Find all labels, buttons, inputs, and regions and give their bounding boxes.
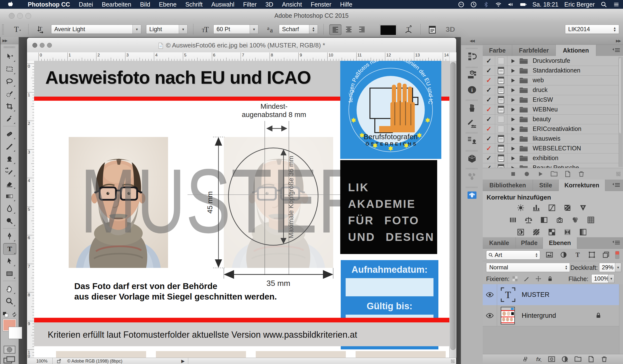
stop-button[interactable]: [510, 170, 517, 178]
hue-saturation-adjustment-icon[interactable]: [506, 215, 520, 225]
tool-presets-panel-icon[interactable]: [467, 102, 478, 114]
font-family-select[interactable]: Avenir Light ▾: [51, 25, 141, 34]
actions-tab-farbe[interactable]: Farbe: [483, 45, 512, 56]
image-layer-thumbnail[interactable]: [501, 307, 515, 324]
blur-tool[interactable]: [3, 203, 16, 214]
layers-tab-kanäle[interactable]: Kanäle: [483, 237, 516, 248]
disclosure-triangle-icon[interactable]: [512, 147, 515, 151]
horizontal-ruler[interactable]: 01234567891011121314: [34, 52, 449, 61]
blend-mode-select[interactable]: Normal ▲▼: [486, 263, 570, 272]
lock-transparency-icon[interactable]: [510, 274, 520, 283]
menu-clock[interactable]: Sa. 18:21: [533, 1, 558, 8]
disclosure-triangle-icon[interactable]: [512, 127, 515, 131]
new-action-button[interactable]: [564, 170, 571, 178]
layers-tab-ebenen[interactable]: Ebenen: [543, 237, 577, 249]
posterize-adjustment-icon[interactable]: [530, 227, 543, 238]
record-button[interactable]: [523, 170, 531, 178]
aufnahmedatum-field[interactable]: [346, 278, 434, 296]
action-dialog-toggle[interactable]: [495, 56, 507, 66]
type-layer-filter-icon[interactable]: T: [572, 251, 583, 259]
3d-print-panel-icon[interactable]: [467, 70, 478, 81]
align-right-button[interactable]: [356, 24, 368, 35]
action-set-name[interactable]: ERICcreativaktion: [533, 125, 581, 132]
brightness-contrast-adjustment-icon[interactable]: [514, 202, 528, 213]
action-check[interactable]: ✓: [483, 163, 495, 168]
fly-plugin-panel-icon[interactable]: [467, 190, 478, 201]
panels-expand-button[interactable]: ▶▶: [483, 37, 623, 45]
layer-row-hintergrund[interactable]: Hintergrund: [483, 305, 619, 326]
trash-button[interactable]: [578, 170, 585, 178]
action-set-name[interactable]: beauty: [533, 116, 551, 123]
lock-pixels-icon[interactable]: [522, 274, 532, 283]
action-set-name[interactable]: WEBNeu: [533, 106, 558, 113]
notification-center-icon[interactable]: [613, 1, 620, 8]
action-check[interactable]: ✓: [483, 143, 495, 153]
shape-tool[interactable]: [3, 268, 16, 279]
text-color-swatch[interactable]: [380, 25, 397, 36]
resize-grip[interactable]: [451, 359, 455, 363]
action-dialog-toggle[interactable]: [495, 134, 507, 143]
fill-dropdown[interactable]: ▼: [608, 274, 615, 283]
dropdown-arrow-icon[interactable]: ▾: [133, 25, 141, 34]
menu-item-ansicht[interactable]: Ansicht: [278, 0, 306, 9]
dodge-tool[interactable]: [3, 215, 16, 226]
dropdown-arrow-icon[interactable]: ▾: [179, 25, 187, 34]
photo-filter-adjustment-icon[interactable]: [553, 215, 566, 225]
group-folder-button[interactable]: [574, 356, 582, 363]
action-check[interactable]: ✓: [483, 134, 495, 143]
status-menu-arrow[interactable]: ▶: [181, 358, 185, 364]
menu-item-fenster[interactable]: Fenster: [306, 0, 336, 9]
action-check[interactable]: ✓: [483, 66, 495, 75]
text-orientation-button[interactable]: T: [34, 24, 47, 35]
action-dialog-toggle[interactable]: [495, 124, 507, 134]
disclosure-triangle-icon[interactable]: [512, 166, 515, 168]
zoom-level[interactable]: 100%: [36, 359, 47, 364]
shape-layer-filter-icon[interactable]: [586, 251, 597, 259]
black-white-adjustment-icon[interactable]: [537, 215, 551, 225]
align-left-button[interactable]: [329, 24, 341, 35]
menu-item-auswahl[interactable]: Auswahl: [207, 0, 239, 9]
layer-filter-select[interactable]: Art ▲▼: [486, 250, 540, 260]
disclosure-triangle-icon[interactable]: [512, 59, 515, 63]
clone-source-panel-icon[interactable]: [467, 135, 478, 146]
hand-tool[interactable]: [3, 283, 16, 294]
action-check[interactable]: ✓: [483, 75, 495, 85]
panel-menu-icon[interactable]: [609, 45, 623, 56]
quick-select-tool[interactable]: [3, 88, 16, 100]
info-panel-icon[interactable]: i: [467, 84, 478, 95]
fx-button[interactable]: fx: [535, 356, 542, 363]
adjustment-layer-filter-icon[interactable]: [558, 251, 569, 259]
type-tool[interactable]: T: [3, 243, 16, 255]
layer-visibility-eye[interactable]: [483, 284, 497, 305]
pixel-layer-filter-icon[interactable]: [544, 251, 555, 259]
action-dialog-toggle[interactable]: [495, 95, 507, 105]
status-profile-section[interactable]: © Adobe RGB (1998) (8bpc) ▶: [52, 358, 188, 364]
history-panel-icon[interactable]: [467, 51, 478, 62]
font-size-select[interactable]: 60 Pt ▾: [213, 25, 258, 34]
action-dialog-toggle[interactable]: [495, 143, 507, 153]
vertical-ruler[interactable]: 012345678910: [27, 61, 34, 358]
channel-mixer-adjustment-icon[interactable]: [568, 215, 582, 225]
action-check[interactable]: ✓: [483, 56, 495, 66]
threshold-adjustment-icon[interactable]: [545, 227, 559, 238]
action-set-name[interactable]: exhibition: [533, 155, 558, 162]
action-set-name[interactable]: EricSW: [533, 96, 553, 103]
action-row[interactable]: ✓druck: [483, 85, 623, 95]
disclosure-triangle-icon[interactable]: [512, 108, 515, 112]
menu-item-schrift[interactable]: Schrift: [181, 0, 207, 9]
warp-text-button[interactable]: T: [402, 24, 415, 35]
text-layer-thumbnail[interactable]: T: [500, 287, 516, 303]
action-row[interactable]: ✓EricSW: [483, 95, 623, 105]
link-button[interactable]: [522, 356, 529, 363]
action-dialog-toggle[interactable]: [495, 114, 507, 124]
layer-visibility-eye[interactable]: [483, 305, 497, 326]
crop-tool[interactable]: [3, 101, 16, 112]
time-machine-icon[interactable]: [470, 1, 477, 8]
action-row[interactable]: ✓web: [483, 75, 623, 85]
layer-name[interactable]: Hintergrund: [522, 312, 556, 320]
history-brush-tool[interactable]: [3, 166, 16, 177]
action-row[interactable]: ✓Beauty Retusche: [483, 163, 623, 168]
stepper-icon[interactable]: ▲▼: [309, 25, 318, 34]
action-set-name[interactable]: Standardaktionen: [533, 67, 580, 74]
panel-menu-icon[interactable]: [609, 180, 623, 191]
